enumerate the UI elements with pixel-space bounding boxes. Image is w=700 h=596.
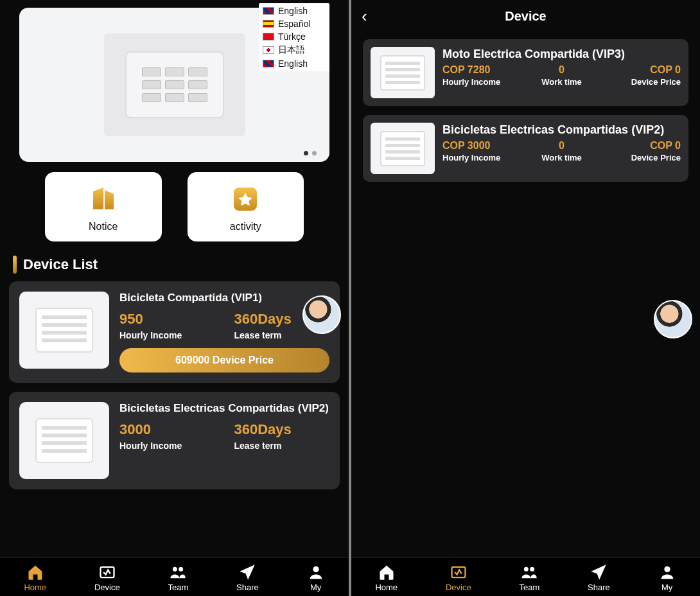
hourly-income-label: Hourly Income	[442, 77, 518, 87]
flag-tr-icon	[263, 33, 274, 40]
nav-my[interactable]: My	[658, 563, 676, 592]
device-icon	[450, 563, 468, 581]
building-icon	[88, 184, 119, 215]
lang-option[interactable]: Türkçe	[263, 30, 326, 43]
device-card[interactable]: Bicicletas Electricas Compartidas (VIP2)…	[9, 392, 340, 489]
work-time-label: Work time	[523, 153, 599, 162]
home-screen: English Español Türkçe 日本語 English Notic…	[0, 0, 349, 596]
support-avatar[interactable]	[654, 300, 692, 338]
star-badge-icon	[230, 184, 261, 215]
nav-label: Team	[168, 583, 188, 592]
nav-label: Home	[375, 583, 398, 592]
nav-label: My	[661, 583, 672, 592]
device-name: Moto Electrica Compartida (VIP3)	[442, 47, 681, 62]
hourly-income-label: Hourly Income	[442, 153, 518, 162]
nav-home[interactable]: Home	[24, 563, 46, 592]
device-price-label: Device Price	[605, 153, 681, 162]
share-icon	[590, 563, 608, 581]
team-icon	[169, 563, 187, 581]
work-time-value: 0	[523, 140, 599, 152]
flag-uk-icon	[263, 7, 274, 15]
nav-label: Share	[588, 583, 610, 592]
work-time-label: Work time	[523, 77, 599, 87]
hourly-income-value: 3000	[119, 421, 215, 438]
owned-device-card[interactable]: Moto Electrica Compartida (VIP3) COP 728…	[363, 39, 688, 106]
notice-label: Notice	[89, 221, 118, 232]
lang-label: English	[278, 58, 308, 69]
nav-label: Device	[446, 583, 471, 592]
device-thumbnail	[19, 402, 109, 479]
nav-team[interactable]: Team	[519, 563, 539, 592]
work-time-value: 0	[523, 64, 599, 76]
device-price-label: Device Price	[605, 77, 681, 87]
bottom-nav: Home Device Team Share My	[0, 557, 349, 596]
home-icon	[26, 563, 44, 581]
person-icon	[658, 563, 676, 581]
hourly-income-label: Hourly Income	[119, 330, 215, 340]
activity-button[interactable]: activity	[188, 172, 304, 241]
lang-label: 日本語	[278, 44, 305, 56]
notice-button[interactable]: Notice	[45, 172, 162, 241]
share-icon	[238, 563, 256, 581]
device-thumbnail	[371, 47, 435, 98]
device-price-value: COP 0	[605, 140, 681, 152]
flag-jp-icon	[263, 46, 274, 54]
nav-label: My	[310, 583, 321, 592]
device-thumbnail	[371, 123, 435, 174]
device-list: Bicicleta Compartida (VIP1) 950 360Days …	[0, 281, 349, 489]
device-icon	[98, 563, 116, 581]
top-bar: ‹ Device	[351, 0, 700, 33]
nav-share[interactable]: Share	[236, 563, 259, 592]
nav-share[interactable]: Share	[588, 563, 610, 592]
section-title-text: Device List	[23, 256, 98, 273]
device-thumbnail	[19, 292, 109, 369]
hourly-income-label: Hourly Income	[119, 441, 215, 451]
device-name: Bicicletas Electricas Compartidas (VIP2)	[442, 123, 681, 137]
carousel-dots[interactable]	[304, 151, 317, 155]
hourly-income-value: 950	[119, 311, 215, 328]
flag-es-icon	[263, 20, 274, 28]
nav-label: Device	[94, 583, 120, 592]
device-name: Bicicletas Electricas Compartidas (VIP2)	[119, 402, 329, 415]
lang-label: English	[278, 6, 308, 16]
device-name: Bicicleta Compartida (VIP1)	[119, 292, 329, 304]
activity-label: activity	[230, 221, 261, 232]
page-title: Device	[381, 9, 670, 24]
device-price-button[interactable]: 609000 Device Price	[119, 348, 329, 372]
home-icon	[378, 563, 396, 581]
device-list-heading: Device List	[0, 252, 349, 281]
owned-device-card[interactable]: Bicicletas Electricas Compartidas (VIP2)…	[363, 115, 688, 182]
nav-team[interactable]: Team	[168, 563, 188, 592]
lang-option[interactable]: 日本語	[263, 43, 326, 57]
hourly-income-value: COP 3000	[442, 140, 518, 152]
lang-label: Español	[278, 19, 311, 29]
nav-label: Share	[236, 583, 259, 592]
hero-device-image	[104, 33, 245, 136]
owned-device-list: Moto Electrica Compartida (VIP3) COP 728…	[351, 33, 700, 188]
device-screen: ‹ Device Moto Electrica Compartida (VIP3…	[351, 0, 700, 596]
hourly-income-value: COP 7280	[442, 64, 518, 76]
language-menu[interactable]: English Español Türkçe 日本語 English	[259, 3, 329, 71]
device-price-value: COP 0	[605, 64, 681, 76]
lang-option[interactable]: Español	[263, 17, 326, 30]
nav-device[interactable]: Device	[94, 563, 120, 592]
device-card[interactable]: Bicicleta Compartida (VIP1) 950 360Days …	[9, 281, 340, 383]
nav-label: Home	[24, 583, 46, 592]
nav-label: Team	[519, 583, 539, 592]
person-icon	[307, 563, 325, 581]
nav-home[interactable]: Home	[375, 563, 398, 592]
team-icon	[520, 563, 538, 581]
nav-my[interactable]: My	[307, 563, 325, 592]
lang-option[interactable]: English	[263, 4, 326, 17]
lease-term-value: 360Days	[234, 421, 330, 438]
lease-term-label: Lease term	[234, 441, 330, 451]
flag-uk-icon	[263, 60, 274, 67]
bottom-nav: Home Device Team Share My	[351, 557, 700, 596]
support-avatar[interactable]	[302, 295, 341, 334]
lang-option[interactable]: English	[263, 57, 326, 70]
lang-label: Türkçe	[278, 31, 306, 42]
nav-device[interactable]: Device	[446, 563, 471, 592]
back-button[interactable]: ‹	[362, 6, 381, 26]
